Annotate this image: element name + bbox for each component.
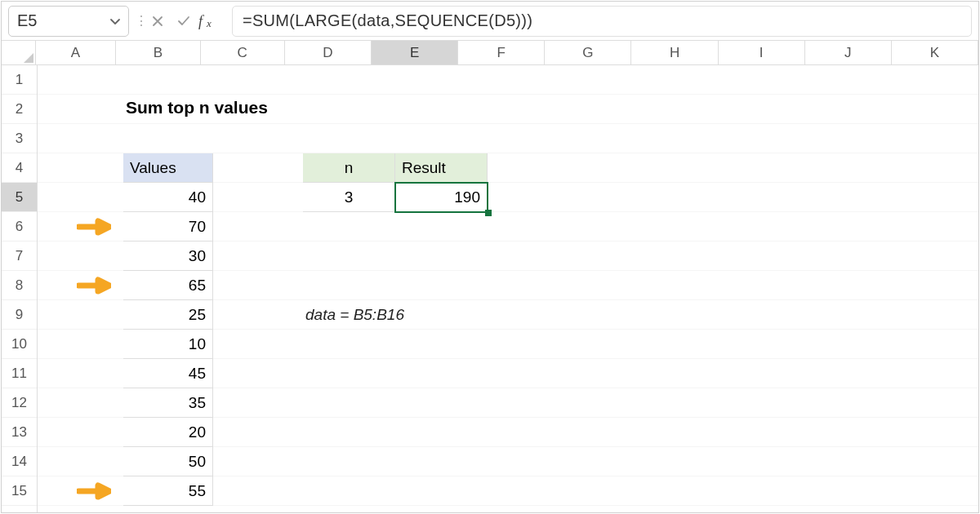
result-header[interactable]: Result <box>395 153 488 183</box>
page-title: Sum top n values <box>126 98 268 117</box>
check-icon <box>176 14 191 29</box>
row-header-4[interactable]: 4 <box>2 153 37 183</box>
highlight-arrow-icon <box>77 482 111 500</box>
row-header-5[interactable]: 5 <box>2 183 37 212</box>
values-cell[interactable]: 65 <box>123 271 213 300</box>
col-header-i[interactable]: I <box>719 41 805 64</box>
values-cell[interactable]: 70 <box>123 212 213 241</box>
values-cell[interactable]: 35 <box>123 388 213 418</box>
result-cell[interactable]: 190 <box>395 183 488 212</box>
accept-formula-button[interactable] <box>172 6 196 37</box>
row-header-14[interactable]: 14 <box>2 447 37 476</box>
values-cell[interactable]: 55 <box>123 476 213 506</box>
svg-text:f: f <box>198 13 205 29</box>
col-header-j[interactable]: J <box>805 41 892 64</box>
col-header-a[interactable]: A <box>36 41 117 64</box>
values-header[interactable]: Values <box>123 153 213 183</box>
col-header-b[interactable]: B <box>116 41 200 64</box>
highlight-arrow-icon <box>77 218 111 236</box>
sheet-area: 123456789101112131415 Sum top n values V… <box>2 65 978 512</box>
values-cell[interactable]: 30 <box>123 241 213 271</box>
insert-function-button[interactable]: f x <box>198 6 222 37</box>
values-cell[interactable]: 50 <box>123 447 213 476</box>
row-header-7[interactable]: 7 <box>2 241 37 271</box>
col-header-f[interactable]: F <box>458 41 545 64</box>
row-header-15[interactable]: 15 <box>2 476 37 506</box>
name-box-value: E5 <box>17 11 37 30</box>
col-header-d[interactable]: D <box>285 41 372 64</box>
row-header-12[interactable]: 12 <box>2 388 37 418</box>
col-header-e[interactable]: E <box>372 41 458 64</box>
col-header-k[interactable]: K <box>892 41 978 64</box>
col-header-c[interactable]: C <box>201 41 285 64</box>
grid[interactable]: Sum top n values Values n Result 3 190 d… <box>38 65 978 512</box>
chevron-down-icon <box>109 15 122 28</box>
named-range-note: data = B5:B16 <box>305 306 404 324</box>
values-cell[interactable]: 40 <box>123 183 213 212</box>
values-cell[interactable]: 10 <box>123 330 213 359</box>
formula-input[interactable]: =SUM(LARGE(data,SEQUENCE(D5))) <box>232 6 972 37</box>
values-cell[interactable]: 20 <box>123 418 213 447</box>
row-headers: 123456789101112131415 <box>2 65 38 512</box>
name-box[interactable]: E5 <box>8 6 129 37</box>
formula-bar: E5 ⋮ f x =SUM(LARGE(data,SEQUENCE(D5))) <box>2 2 978 41</box>
cancel-formula-button[interactable] <box>145 6 170 37</box>
values-cell[interactable]: 45 <box>123 359 213 388</box>
highlight-arrow-icon <box>77 277 111 295</box>
x-icon <box>151 15 164 28</box>
row-header-2[interactable]: 2 <box>2 95 37 124</box>
n-header[interactable]: n <box>303 153 395 183</box>
col-header-h[interactable]: H <box>631 41 718 64</box>
row-header-11[interactable]: 11 <box>2 359 37 388</box>
formula-text: =SUM(LARGE(data,SEQUENCE(D5))) <box>243 11 532 30</box>
col-header-g[interactable]: G <box>545 41 631 64</box>
row-header-9[interactable]: 9 <box>2 300 37 330</box>
svg-text:x: x <box>206 17 212 29</box>
row-header-8[interactable]: 8 <box>2 271 37 300</box>
row-header-1[interactable]: 1 <box>2 65 37 95</box>
row-header-10[interactable]: 10 <box>2 330 37 359</box>
column-headers: ABCDEFGHIJK <box>2 41 978 65</box>
select-all-icon <box>24 53 33 63</box>
select-all-corner[interactable] <box>2 41 36 64</box>
n-value-cell[interactable]: 3 <box>303 183 395 212</box>
row-header-13[interactable]: 13 <box>2 418 37 447</box>
values-cell[interactable]: 25 <box>123 300 213 330</box>
row-header-3[interactable]: 3 <box>2 124 37 153</box>
row-header-6[interactable]: 6 <box>2 212 37 241</box>
fx-icon: f x <box>198 13 221 29</box>
